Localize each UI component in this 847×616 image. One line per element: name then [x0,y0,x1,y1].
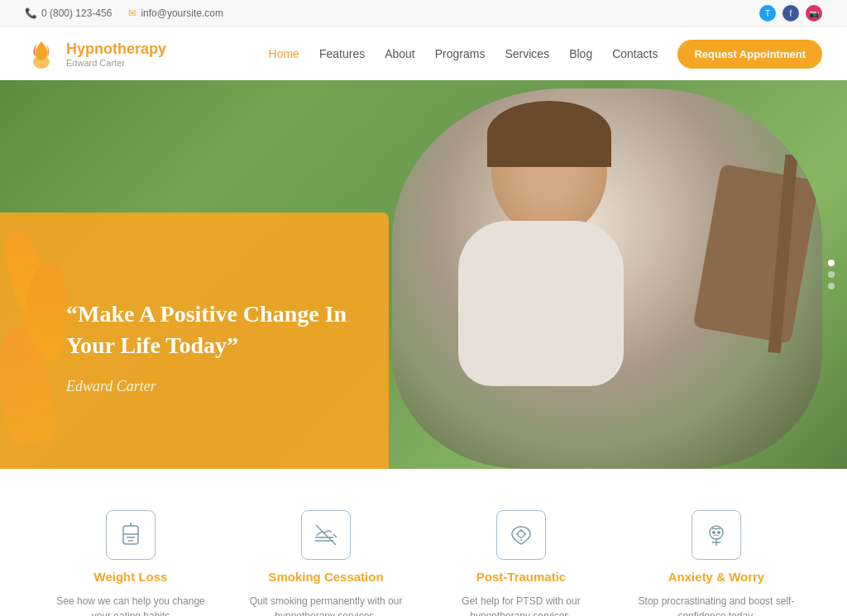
email-icon: ✉ [128,7,136,19]
ptsd-desc: Get help for PTSD with our hypnotherapy … [438,594,604,616]
anxiety-icon [691,510,741,560]
nav-contacts[interactable]: Contacts [612,47,658,60]
hero-overlay: “Make A Positive Change In Your Life Tod… [0,212,389,469]
anxiety-desc: Stop procrastinating and boost self-conf… [634,594,799,616]
slide-dot-3[interactable] [828,283,835,289]
hero-section: “Make A Positive Change In Your Life Tod… [0,80,847,469]
svg-line-7 [333,534,337,537]
slide-dot-2[interactable] [828,271,835,278]
nav-services[interactable]: Services [505,47,549,60]
logo-icon [25,37,58,70]
ptsd-icon [496,510,546,560]
social-links: T f 📷 [759,5,822,21]
service-ptsd: Post-Traumatic Get help for PTSD with ou… [438,510,604,616]
weight-loss-title: Weight Loss [94,570,168,584]
weight-loss-icon [106,510,156,560]
header: Hypnotherapy Edward Carter Home Features… [0,27,847,80]
nav-about[interactable]: About [385,47,415,60]
main-nav: Home Features About Programs Services Bl… [269,40,822,69]
slider-dots[interactable] [828,260,835,289]
phone-number: 0 (800) 123-456 [41,7,112,19]
svg-line-9 [316,525,336,545]
top-bar: 📞 0 (800) 123-456 ✉ info@yoursite.com T … [0,0,847,27]
service-weight-loss: Weight Loss See how we can help you chan… [48,510,213,616]
phone-icon: 📞 [25,7,37,19]
svg-point-10 [518,531,524,537]
logo-text: Hypnotherapy Edward Carter [66,41,166,68]
service-smoking: Smoking Cessation Quit smoking permanent… [243,510,409,616]
svg-point-15 [710,526,723,539]
facebook-icon[interactable]: f [782,5,799,21]
nav-programs[interactable]: Programs [435,47,486,60]
instagram-icon[interactable]: 📷 [806,5,822,21]
hero-quote: “Make A Positive Change In Your Life Tod… [66,298,347,361]
hero-author: Edward Carter [66,378,347,395]
smoking-desc: Quit smoking permanently with our hypnot… [243,594,409,616]
nav-blog[interactable]: Blog [569,47,592,60]
phone-info: 📞 0 (800) 123-456 [25,7,112,19]
slide-dot-1[interactable] [828,260,835,266]
smoking-title: Smoking Cessation [268,570,383,584]
svg-point-19 [718,532,720,534]
svg-point-18 [713,532,715,534]
smoking-icon [301,510,351,560]
anxiety-title: Anxiety & Worry [668,570,764,584]
ptsd-title: Post-Traumatic [476,570,566,584]
weight-loss-desc: See how we can help you change your eati… [48,594,213,616]
email-address: info@yoursite.com [141,7,223,19]
nav-home[interactable]: Home [269,47,299,60]
service-anxiety: Anxiety & Worry Stop procrastinating and… [634,510,799,616]
logo-subtitle: Edward Carter [66,58,166,68]
person-area [392,88,822,469]
services-section: Weight Loss See how we can help you chan… [0,469,847,616]
logo[interactable]: Hypnotherapy Edward Carter [25,37,166,70]
twitter-icon[interactable]: T [759,5,776,21]
request-appointment-button[interactable]: Request Appointment [677,40,822,69]
top-bar-contact: 📞 0 (800) 123-456 ✉ info@yoursite.com [25,7,223,19]
logo-title: Hypnotherapy [66,41,166,58]
email-info: ✉ info@yoursite.com [128,7,223,19]
nav-features[interactable]: Features [319,47,365,60]
